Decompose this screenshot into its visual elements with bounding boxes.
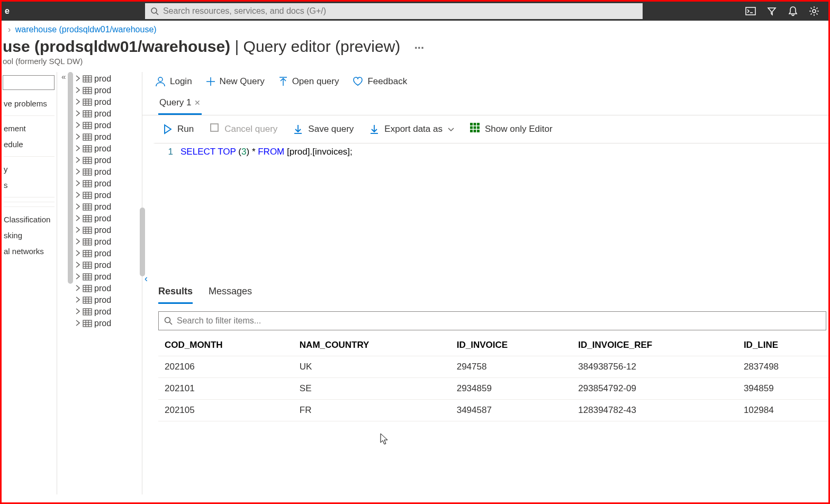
table-node[interactable]: prod [75,201,142,213]
table-node[interactable]: prod [75,96,142,108]
new-query-button[interactable]: New Query [206,76,265,87]
chevron-right-icon [75,284,80,293]
portal-label: e [2,6,13,16]
nav-item[interactable]: Classification [2,211,57,227]
page-subtitle: ool (formerly SQL DW) [3,57,827,66]
tab-label: Query 1 [159,97,191,108]
scrollbar[interactable] [140,208,145,276]
feedback-button[interactable]: Feedback [353,76,407,87]
nav-item[interactable]: y [2,161,57,177]
table-node[interactable]: prod [75,259,142,271]
table-node[interactable]: prod [75,283,142,294]
identifier: [prod].[invoices]; [287,147,353,157]
table-node[interactable]: prod [75,236,142,248]
run-button[interactable]: Run [164,124,194,134]
column-header[interactable]: ID_INVOICE [450,335,572,356]
nav-item[interactable]: al networks [2,243,57,259]
export-label: Export data as [384,124,443,134]
query-toolbar: Run Cancel query Save query Export data … [142,115,828,143]
column-header[interactable]: COD_MONTH [158,335,293,356]
chevron-right-icon [75,226,80,235]
more-actions-icon[interactable]: ··· [414,41,424,55]
table-node[interactable]: prod [75,271,142,283]
table-label: prod [94,109,111,119]
svg-rect-20 [83,111,92,117]
nav-item[interactable]: ve problems [2,95,57,111]
table-row[interactable]: 202101SE2934859293854792-09394859 [158,378,828,400]
chevron-right-icon [75,86,80,95]
tab-results[interactable]: Results [158,284,193,304]
global-search[interactable] [145,3,643,19]
kw-select: SELECT [181,147,215,157]
nav-divider [4,202,55,202]
table-node[interactable]: prod [75,224,142,236]
scrollbar[interactable] [68,72,73,284]
breadcrumb: › warehouse (prodsqldw01/warehouse) [2,21,828,34]
nav-item[interactable]: ement [2,120,57,136]
global-search-input[interactable] [163,6,637,16]
results-filter-input[interactable] [177,316,820,326]
table-row[interactable]: 202105FR3494587128394782-43102984 [158,400,828,421]
download-icon [369,124,379,134]
export-data-button[interactable]: Export data as [369,124,454,134]
table-node[interactable]: prod [75,178,142,190]
top-bar: e [2,2,828,21]
login-button[interactable]: Login [155,76,192,87]
table-node[interactable]: prod [75,120,142,131]
table-node[interactable]: prod [75,73,142,85]
table-icon [83,110,92,118]
table-node[interactable]: prod [75,294,142,306]
table-node[interactable]: prod [75,190,142,201]
login-label: Login [170,76,192,87]
nav-item[interactable]: sking [2,227,57,243]
settings-icon[interactable] [808,5,820,17]
table-node[interactable]: prod [75,85,142,96]
stop-icon [210,123,219,135]
table-node[interactable]: prod [75,108,142,120]
code-line[interactable]: SELECT TOP (3) * FROM [prod].[invoices]; [181,147,353,275]
breadcrumb-link[interactable]: warehouse (prodsqldw01/warehouse) [15,25,157,34]
table-label: prod [94,307,111,317]
feedback-label: Feedback [367,76,407,87]
table-icon [83,87,92,94]
table-node[interactable]: prod [75,248,142,259]
table-node[interactable]: prod [75,166,142,178]
chevron-right-icon [75,74,80,84]
column-header[interactable]: NAM_COUNTRY [293,335,450,356]
close-icon[interactable]: ✕ [194,98,201,107]
open-query-button[interactable]: Open query [278,76,339,87]
notifications-icon[interactable] [787,5,799,17]
svg-rect-130 [477,127,480,129]
table-node[interactable]: prod [75,306,142,318]
nav-item[interactable]: edule [2,136,57,152]
tab-messages[interactable]: Messages [209,284,252,304]
cell: 202106 [158,356,293,378]
table-node[interactable]: prod [75,131,142,143]
table-icon [83,320,92,327]
save-query-button[interactable]: Save query [293,124,354,134]
table-label: prod [94,260,111,270]
table-label: prod [94,319,111,328]
nav-item[interactable]: s [2,177,57,193]
column-header[interactable]: ID_INVOICE_REF [572,335,737,356]
svg-rect-40 [83,157,92,164]
show-only-editor-button[interactable]: Show only Editor [470,123,553,135]
directory-filter-icon[interactable] [766,5,778,17]
heart-icon [353,77,363,86]
table-label: prod [94,97,111,107]
table-node[interactable]: prod [75,318,142,329]
svg-rect-2 [746,7,755,15]
table-row[interactable]: 202106UK294758384938756-122837498 [158,356,828,378]
column-header[interactable]: ID_LINE [737,335,828,356]
table-header-row: COD_MONTHNAM_COUNTRYID_INVOICEID_INVOICE… [158,335,828,356]
tab-query-1[interactable]: Query 1 ✕ [158,93,202,115]
cell: 202105 [158,400,293,421]
table-node[interactable]: prod [75,143,142,155]
collapse-splitter-icon[interactable]: ‹ [145,273,148,284]
table-node[interactable]: prod [75,155,142,166]
results-filter[interactable] [158,311,826,330]
table-node[interactable]: prod [75,213,142,224]
left-nav-search[interactable] [3,75,55,90]
cloud-shell-icon[interactable] [745,5,756,17]
sql-editor[interactable]: 1 SELECT TOP (3) * FROM [prod].[invoices… [153,143,828,275]
